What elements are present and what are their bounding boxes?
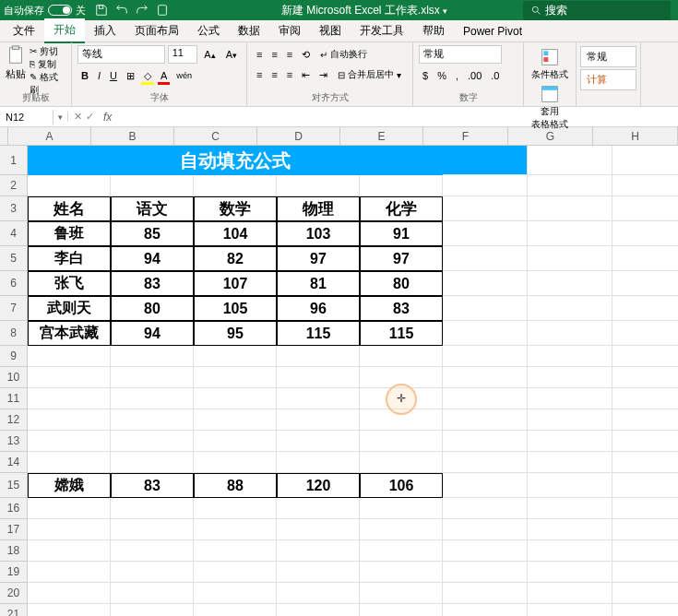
cell-H14[interactable] [613, 452, 678, 473]
col-header-C[interactable]: C [174, 127, 257, 146]
cell-G14[interactable] [528, 452, 613, 473]
cell-D15[interactable]: 120 [277, 473, 360, 498]
cell-G17[interactable] [528, 519, 613, 540]
cell-A21[interactable] [28, 604, 111, 616]
cell-H19[interactable] [613, 562, 678, 583]
cancel-formula-button[interactable]: ✕ [74, 111, 82, 123]
cell-E13[interactable] [360, 431, 443, 452]
cell-A13[interactable] [28, 431, 111, 452]
cell-B3[interactable]: 语文 [111, 196, 194, 221]
cell-F10[interactable] [443, 367, 528, 388]
increase-font-button[interactable]: A▴ [200, 45, 219, 64]
cell-A14[interactable] [28, 452, 111, 473]
cell-G18[interactable] [528, 540, 613, 562]
phonetic-button[interactable]: wén [172, 66, 196, 85]
cell-E6[interactable]: 80 [360, 271, 443, 296]
cell-D17[interactable] [277, 519, 360, 540]
cell-E9[interactable] [360, 346, 443, 367]
cell-D10[interactable] [277, 367, 360, 388]
cell-B9[interactable] [111, 346, 194, 367]
cell-C13[interactable] [194, 431, 277, 452]
percent-button[interactable]: % [434, 66, 450, 85]
currency-button[interactable]: $ [419, 66, 432, 85]
cell-G7[interactable] [528, 296, 613, 321]
cell-C18[interactable] [194, 540, 277, 562]
cell-C8[interactable]: 95 [194, 321, 277, 346]
cell-C3[interactable]: 数学 [194, 196, 277, 221]
cell-E16[interactable] [360, 498, 443, 519]
cell-G21[interactable] [528, 604, 613, 616]
accept-formula-button[interactable]: ✓ [86, 111, 94, 123]
name-box-dropdown[interactable]: ▾ [54, 113, 68, 122]
cell-E21[interactable] [360, 604, 443, 616]
cell-B5[interactable]: 94 [111, 246, 194, 271]
increase-decimal-button[interactable]: .00 [464, 66, 485, 85]
cell-H8[interactable] [613, 321, 678, 346]
cell-G11[interactable] [528, 388, 613, 409]
row-header-10[interactable]: 10 [0, 367, 28, 388]
cell-A19[interactable] [28, 562, 111, 583]
cell-F21[interactable] [443, 604, 528, 616]
cut-button[interactable]: ✂ 剪切 [30, 45, 65, 58]
row-header-18[interactable]: 18 [0, 540, 28, 562]
autosave-toggle[interactable]: 自动保存 关 [4, 4, 86, 18]
cell-E10[interactable] [360, 367, 443, 388]
cell-G4[interactable] [528, 221, 613, 246]
cell-F17[interactable] [443, 519, 528, 540]
cell-E11[interactable] [360, 388, 443, 409]
row-header-6[interactable]: 6 [0, 271, 28, 296]
cell-H6[interactable] [613, 271, 678, 296]
row-header-13[interactable]: 13 [0, 431, 28, 452]
cell-D14[interactable] [277, 452, 360, 473]
cell-C7[interactable]: 105 [194, 296, 277, 321]
menu-file[interactable]: 文件 [4, 19, 44, 42]
merge-center-button[interactable]: ⊟ 合并后居中 ▾ [333, 65, 406, 84]
wrap-text-button[interactable]: ↵ 自动换行 [315, 45, 372, 64]
cell-D6[interactable]: 81 [277, 271, 360, 296]
cell-style-normal[interactable]: 常规 [580, 46, 636, 67]
row-header-3[interactable]: 3 [0, 196, 28, 221]
row-header-1[interactable]: 1 [0, 146, 28, 175]
cell-F14[interactable] [443, 452, 528, 473]
cell-A15[interactable]: 嫦娥 [28, 473, 111, 498]
cell-B19[interactable] [111, 562, 194, 583]
cell-B7[interactable]: 80 [111, 296, 194, 321]
row-header-8[interactable]: 8 [0, 321, 28, 346]
cell-H1[interactable] [613, 146, 678, 175]
cell-H18[interactable] [613, 540, 678, 562]
cell-F12[interactable] [443, 409, 528, 431]
cell-D2[interactable] [277, 175, 360, 196]
cell-C9[interactable] [194, 346, 277, 367]
cell-E15[interactable]: 106 [360, 473, 443, 498]
cell-E12[interactable] [360, 409, 443, 431]
cell-H15[interactable] [613, 473, 678, 498]
cell-E14[interactable] [360, 452, 443, 473]
cell-A5[interactable]: 李白 [28, 246, 111, 271]
cell-C20[interactable] [194, 583, 277, 604]
cell-C17[interactable] [194, 519, 277, 540]
menu-review[interactable]: 审阅 [269, 19, 310, 42]
cell-H2[interactable] [613, 175, 678, 196]
cell-E17[interactable] [360, 519, 443, 540]
cell-D20[interactable] [277, 583, 360, 604]
conditional-format-button[interactable]: 条件格式 [531, 48, 568, 81]
cell-C15[interactable]: 88 [194, 473, 277, 498]
cell-A4[interactable]: 鲁班 [28, 221, 111, 246]
cell-D9[interactable] [277, 346, 360, 367]
cell-C11[interactable] [194, 388, 277, 409]
cell-D19[interactable] [277, 562, 360, 583]
cell-H13[interactable] [613, 431, 678, 452]
menu-insert[interactable]: 插入 [85, 19, 125, 42]
row-header-2[interactable]: 2 [0, 175, 28, 196]
menu-formulas[interactable]: 公式 [188, 19, 229, 42]
cell-F7[interactable] [443, 296, 528, 321]
row-header-12[interactable]: 12 [0, 409, 28, 431]
cell-C5[interactable]: 82 [194, 246, 277, 271]
cell-D13[interactable] [277, 431, 360, 452]
cell-C10[interactable] [194, 367, 277, 388]
cell-D3[interactable]: 物理 [277, 196, 360, 221]
cell-A10[interactable] [28, 367, 111, 388]
menu-powerpivot[interactable]: Power Pivot [454, 21, 531, 41]
cell-D16[interactable] [277, 498, 360, 519]
cell-F2[interactable] [443, 175, 528, 196]
